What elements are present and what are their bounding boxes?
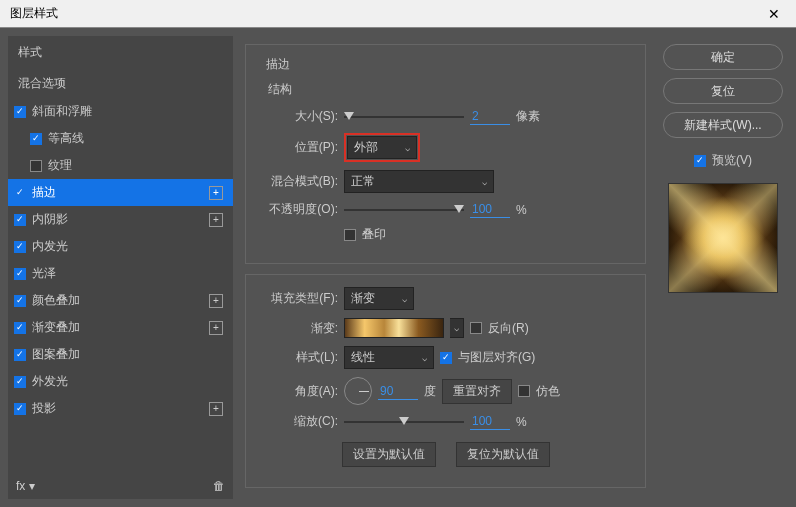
style-item-0[interactable]: 斜面和浮雕 (8, 98, 233, 125)
overprint-checkbox[interactable] (344, 229, 356, 241)
angle-input[interactable] (378, 383, 418, 400)
size-unit: 像素 (516, 108, 540, 125)
position-highlight: 外部 ⌵ (344, 133, 420, 162)
style-item-5[interactable]: 内发光 (8, 233, 233, 260)
style-label: 颜色叠加 (32, 292, 80, 309)
style-label: 斜面和浮雕 (32, 103, 92, 120)
style-label: 等高线 (48, 130, 84, 147)
chevron-down-icon: ⌵ (422, 353, 427, 363)
angle-label: 角度(A): (258, 383, 338, 400)
style-label: 投影 (32, 400, 56, 417)
gradient-swatch[interactable] (344, 318, 444, 338)
style-label: 内阴影 (32, 211, 68, 228)
styles-header: 样式 (8, 36, 233, 69)
trash-icon[interactable]: 🗑 (213, 479, 225, 493)
add-effect-icon[interactable]: + (209, 294, 223, 308)
dither-label: 仿色 (536, 383, 560, 400)
ok-button[interactable]: 确定 (663, 44, 783, 70)
set-default-button[interactable]: 设置为默认值 (342, 442, 436, 467)
reverse-checkbox[interactable] (470, 322, 482, 334)
gradient-style-select[interactable]: 线性 ⌵ (344, 346, 434, 369)
options-panel: 描边 结构 大小(S): 像素 位置(P): 外部 ⌵ 混合模式(B): (233, 36, 658, 499)
style-checkbox[interactable] (14, 349, 26, 361)
close-button[interactable]: ✕ (751, 0, 796, 28)
position-select[interactable]: 外部 ⌵ (347, 136, 417, 159)
style-item-6[interactable]: 光泽 (8, 260, 233, 287)
style-label: 样式(L): (258, 349, 338, 366)
style-checkbox[interactable] (14, 106, 26, 118)
opacity-label: 不透明度(O): (258, 201, 338, 218)
scale-label: 缩放(C): (258, 413, 338, 430)
reset-align-button[interactable]: 重置对齐 (442, 379, 512, 404)
preview-thumbnail (668, 183, 778, 293)
size-slider[interactable] (344, 110, 464, 124)
gradient-picker-dropdown[interactable]: ⌵ (450, 318, 464, 338)
action-panel: 确定 复位 新建样式(W)... 预览(V) (658, 36, 788, 499)
style-checkbox[interactable] (14, 376, 26, 388)
opacity-slider[interactable] (344, 203, 464, 217)
add-effect-icon[interactable]: + (209, 402, 223, 416)
size-input[interactable] (470, 108, 510, 125)
style-item-10[interactable]: 外发光 (8, 368, 233, 395)
blend-mode-select[interactable]: 正常 ⌵ (344, 170, 494, 193)
style-label: 描边 (32, 184, 56, 201)
fx-menu-icon[interactable]: ▾ (29, 479, 35, 493)
style-label: 光泽 (32, 265, 56, 282)
structure-title: 结构 (268, 81, 633, 98)
style-checkbox[interactable] (14, 214, 26, 226)
preview-checkbox[interactable] (694, 155, 706, 167)
style-item-3[interactable]: 描边+ (8, 179, 233, 206)
style-checkbox[interactable] (14, 322, 26, 334)
section-title: 描边 (262, 56, 294, 73)
blend-mode-label: 混合模式(B): (258, 173, 338, 190)
fill-type-select[interactable]: 渐变 ⌵ (344, 287, 414, 310)
scale-input[interactable] (470, 413, 510, 430)
fill-type-label: 填充类型(F): (258, 290, 338, 307)
style-item-4[interactable]: 内阴影+ (8, 206, 233, 233)
gradient-label: 渐变: (258, 320, 338, 337)
chevron-down-icon: ⌵ (402, 294, 407, 304)
style-checkbox[interactable] (14, 187, 26, 199)
add-effect-icon[interactable]: + (209, 186, 223, 200)
style-item-8[interactable]: 渐变叠加+ (8, 314, 233, 341)
add-effect-icon[interactable]: + (209, 321, 223, 335)
style-item-2[interactable]: 纹理 (8, 152, 233, 179)
opacity-input[interactable] (470, 201, 510, 218)
style-item-1[interactable]: 等高线 (8, 125, 233, 152)
align-label: 与图层对齐(G) (458, 349, 535, 366)
style-checkbox[interactable] (14, 295, 26, 307)
reverse-label: 反向(R) (488, 320, 529, 337)
reset-default-button[interactable]: 复位为默认值 (456, 442, 550, 467)
style-item-9[interactable]: 图案叠加 (8, 341, 233, 368)
new-style-button[interactable]: 新建样式(W)... (663, 112, 783, 138)
fx-icon[interactable]: fx (16, 479, 25, 493)
overprint-label: 叠印 (362, 226, 386, 243)
angle-unit: 度 (424, 383, 436, 400)
angle-dial[interactable] (344, 377, 372, 405)
style-label: 内发光 (32, 238, 68, 255)
styles-list: 样式 混合选项 斜面和浮雕等高线纹理描边+内阴影+内发光光泽颜色叠加+渐变叠加+… (8, 36, 233, 499)
style-label: 纹理 (48, 157, 72, 174)
align-checkbox[interactable] (440, 352, 452, 364)
chevron-down-icon: ⌵ (405, 143, 410, 153)
style-checkbox[interactable] (14, 403, 26, 415)
style-item-7[interactable]: 颜色叠加+ (8, 287, 233, 314)
cancel-button[interactable]: 复位 (663, 78, 783, 104)
scale-slider[interactable] (344, 415, 464, 429)
position-label: 位置(P): (258, 139, 338, 156)
scale-unit: % (516, 415, 527, 429)
preview-label: 预览(V) (712, 152, 752, 169)
chevron-down-icon: ⌵ (482, 177, 487, 187)
style-label: 图案叠加 (32, 346, 80, 363)
opacity-unit: % (516, 203, 527, 217)
size-label: 大小(S): (258, 108, 338, 125)
add-effect-icon[interactable]: + (209, 213, 223, 227)
blend-options-item[interactable]: 混合选项 (8, 69, 233, 98)
dither-checkbox[interactable] (518, 385, 530, 397)
style-checkbox[interactable] (30, 160, 42, 172)
style-checkbox[interactable] (30, 133, 42, 145)
style-item-11[interactable]: 投影+ (8, 395, 233, 422)
style-checkbox[interactable] (14, 268, 26, 280)
style-checkbox[interactable] (14, 241, 26, 253)
style-label: 外发光 (32, 373, 68, 390)
